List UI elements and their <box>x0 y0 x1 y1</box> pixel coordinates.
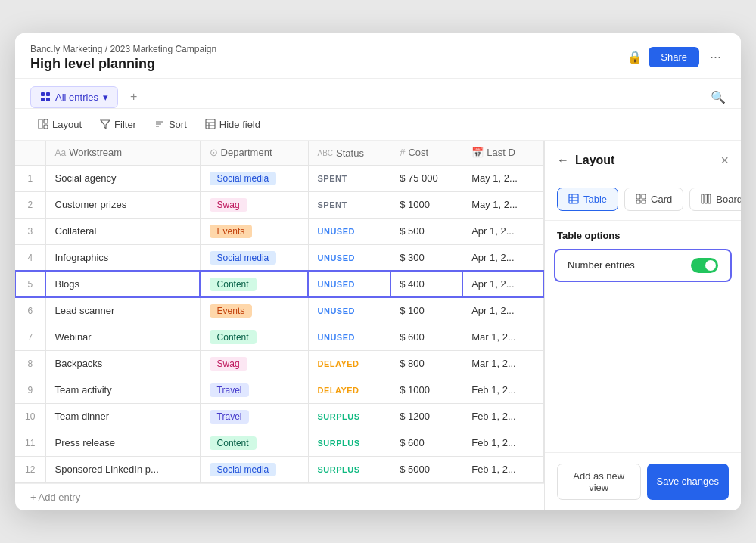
filter-button[interactable]: Filter <box>92 115 144 134</box>
cell-workstream: Infographics <box>45 244 200 271</box>
cell-status: UNUSED <box>308 244 390 271</box>
table-wrapper: Aa Workstream ⊙ Department <box>15 141 544 510</box>
svg-rect-24 <box>705 194 708 203</box>
cell-department: Travel <box>200 403 308 430</box>
cell-status: UNUSED <box>308 218 390 244</box>
cell-cost: $ 5000 <box>390 456 462 482</box>
add-entry-button[interactable]: + Add entry <box>15 483 544 510</box>
number-entries-toggle[interactable] <box>691 258 718 273</box>
cell-department: Social media <box>200 244 308 271</box>
more-options-button[interactable]: ··· <box>705 48 726 67</box>
table-row[interactable]: 9 Team activity Travel DELAYED $ 1000 Fe… <box>15 377 544 403</box>
layout-button[interactable]: Layout <box>30 115 89 134</box>
cell-num: 1 <box>15 165 45 191</box>
cell-date: Apr 1, 2... <box>462 218 544 244</box>
cell-num: 9 <box>15 377 45 403</box>
panel-title: Layout <box>575 154 614 167</box>
breadcrumb: Banc.ly Marketing / 2023 Marketing Campa… <box>30 44 216 54</box>
svg-rect-1 <box>46 92 50 96</box>
search-button[interactable]: 🔍 <box>711 90 726 104</box>
hide-field-icon <box>205 119 216 129</box>
all-entries-label: All entries <box>55 92 98 103</box>
close-panel-button[interactable]: × <box>720 153 729 169</box>
table-row[interactable]: 3 Collateral Events UNUSED $ 500 Apr 1, … <box>15 218 544 244</box>
layout-option-board[interactable]: Board <box>689 188 741 211</box>
svg-marker-7 <box>101 120 110 129</box>
hide-field-button[interactable]: Hide field <box>198 115 268 134</box>
filter-icon <box>100 119 110 129</box>
svg-rect-20 <box>642 194 646 199</box>
cell-num: 10 <box>15 403 45 430</box>
table-row[interactable]: 6 Lead scanner Events UNUSED $ 100 Apr 1… <box>15 297 544 324</box>
cell-cost: $ 100 <box>390 297 462 324</box>
table-row[interactable]: 5 Blogs Content UNUSED $ 400 Apr 1, 2... <box>15 271 544 297</box>
back-button[interactable]: ← <box>557 154 569 167</box>
add-view-button[interactable]: + <box>124 87 143 107</box>
table-row[interactable]: 1 Social agency Social media SPENT $ 75 … <box>15 165 544 191</box>
add-as-new-view-button[interactable]: Add as new view <box>557 464 641 500</box>
table-header-row: Aa Workstream ⊙ Department <box>15 141 544 166</box>
cell-workstream: Social agency <box>45 165 200 191</box>
table-row[interactable]: 7 Webinar Content UNUSED $ 600 Mar 1, 2.… <box>15 324 544 350</box>
cell-status: SURPLUS <box>308 403 390 430</box>
save-changes-button[interactable]: Save changes <box>647 464 730 500</box>
titlebar-actions: 🔒 Share ··· <box>627 44 726 67</box>
grid-icon <box>40 92 51 102</box>
table-row[interactable]: 2 Customer prizes Swag SPENT $ 1000 May … <box>15 191 544 218</box>
layout-option-table[interactable]: Table <box>557 188 618 211</box>
cell-workstream: Lead scanner <box>45 297 200 324</box>
board-icon <box>701 194 711 204</box>
table-row[interactable]: 12 Sponsored LinkedIn p... Social media … <box>15 456 544 482</box>
sort-button[interactable]: Sort <box>147 115 194 134</box>
cell-cost: $ 800 <box>390 350 462 377</box>
share-button[interactable]: Share <box>649 47 699 67</box>
card-icon <box>636 194 646 204</box>
cell-cost: $ 1000 <box>390 191 462 218</box>
cell-department: Travel <box>200 377 308 403</box>
layout-options: Table Card <box>545 178 741 221</box>
cell-status: UNUSED <box>308 271 390 297</box>
table-row[interactable]: 10 Team dinner Travel SURPLUS $ 1200 Feb… <box>15 403 544 430</box>
cell-department: Swag <box>200 191 308 218</box>
table-row[interactable]: 8 Backpacks Swag DELAYED $ 800 Mar 1, 2.… <box>15 350 544 377</box>
cell-workstream: Webinar <box>45 324 200 350</box>
cell-num: 3 <box>15 218 45 244</box>
panel-title-row: ← Layout <box>557 154 614 167</box>
data-table: Aa Workstream ⊙ Department <box>15 141 544 483</box>
col-num <box>15 141 45 166</box>
cell-workstream: Press release <box>45 430 200 456</box>
cell-num: 7 <box>15 324 45 350</box>
all-entries-tab[interactable]: All entries ▾ <box>30 86 118 108</box>
cell-department: Events <box>200 297 308 324</box>
cell-status: SURPLUS <box>308 456 390 482</box>
page-title: High level planning <box>30 56 216 72</box>
cell-status: SURPLUS <box>308 430 390 456</box>
chevron-down-icon: ▾ <box>103 92 108 103</box>
number-entries-label: Number entries <box>568 259 635 271</box>
svg-rect-6 <box>44 125 48 129</box>
cell-department: Swag <box>200 350 308 377</box>
cell-cost: $ 600 <box>390 324 462 350</box>
table-row[interactable]: 4 Infographics Social media UNUSED $ 300… <box>15 244 544 271</box>
cell-status: UNUSED <box>308 324 390 350</box>
cell-status: DELAYED <box>308 377 390 403</box>
cell-department: Content <box>200 430 308 456</box>
svg-rect-23 <box>702 194 704 203</box>
content-area: Aa Workstream ⊙ Department <box>15 141 741 510</box>
layout-panel: ← Layout × Table <box>544 141 741 510</box>
cell-num: 5 <box>15 271 45 297</box>
cell-date: Feb 1, 2... <box>462 456 544 482</box>
view-tabs: All entries ▾ + 🔍 <box>15 79 741 109</box>
table-options-label: Table options <box>545 221 741 246</box>
panel-header: ← Layout × <box>545 141 741 178</box>
table-row[interactable]: 11 Press release Content SURPLUS $ 600 F… <box>15 430 544 456</box>
cell-date: Feb 1, 2... <box>462 430 544 456</box>
cell-cost: $ 75 000 <box>390 165 462 191</box>
layout-option-card[interactable]: Card <box>624 188 683 211</box>
cell-status: DELAYED <box>308 350 390 377</box>
cell-status: UNUSED <box>308 297 390 324</box>
svg-rect-3 <box>46 98 50 101</box>
app-window: Banc.ly Marketing / 2023 Marketing Campa… <box>15 33 741 510</box>
titlebar: Banc.ly Marketing / 2023 Marketing Campa… <box>15 33 741 79</box>
cell-date: May 1, 2... <box>462 191 544 218</box>
